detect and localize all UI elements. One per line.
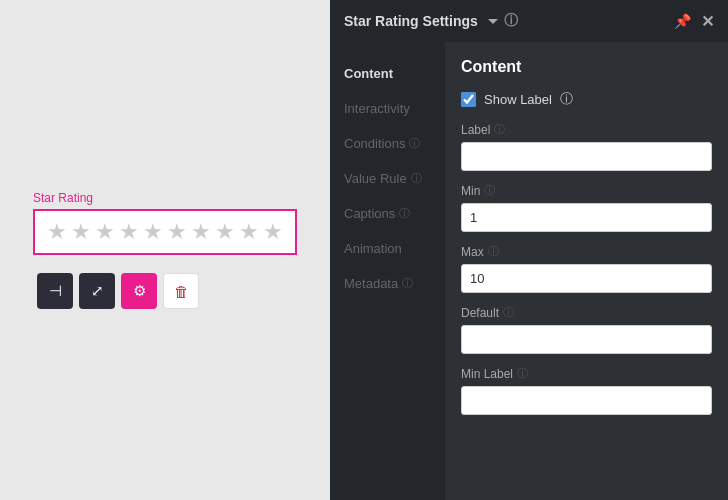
max-field-label: Max ⓘ xyxy=(461,244,712,259)
max-info-icon: ⓘ xyxy=(488,244,499,259)
label-info-icon: ⓘ xyxy=(494,122,505,137)
panel-header-left: Star Rating Settings ⓘ xyxy=(344,12,518,30)
star-3: ★ xyxy=(95,219,115,245)
nav-item-interactivity[interactable]: Interactivity xyxy=(330,93,445,124)
label-field-label: Label ⓘ xyxy=(461,122,712,137)
nav-label-conditions: Conditions xyxy=(344,136,405,151)
min-label-field-label: Min Label ⓘ xyxy=(461,366,712,381)
panel-header-right: 📌 ✕ xyxy=(674,12,714,31)
external-link-icon: ⤢ xyxy=(91,282,104,300)
default-input[interactable] xyxy=(461,325,712,354)
star-8: ★ xyxy=(215,219,235,245)
canvas-area: Star Rating ★ ★ ★ ★ ★ ★ ★ ★ ★ ★ ⊣ ⤢ ⚙ 🗑 xyxy=(0,0,330,500)
panel-content-area: Content Show Label ⓘ Label ⓘ Min ⓘ xyxy=(445,42,728,500)
nav-label-value-rule: Value Rule xyxy=(344,171,407,186)
star-rating-label: Star Rating xyxy=(33,191,93,205)
default-field-label: Default ⓘ xyxy=(461,305,712,320)
nav-label-captions: Captions xyxy=(344,206,395,221)
min-field-group: Min ⓘ xyxy=(461,183,712,232)
widget-container: Star Rating ★ ★ ★ ★ ★ ★ ★ ★ ★ ★ ⊣ ⤢ ⚙ 🗑 xyxy=(33,191,297,309)
content-section-title: Content xyxy=(461,58,712,76)
nav-item-metadata[interactable]: Metadata ⓘ xyxy=(330,268,445,299)
star-6: ★ xyxy=(167,219,187,245)
star-7: ★ xyxy=(191,219,211,245)
min-label-field-label-text: Min Label xyxy=(461,367,513,381)
max-input[interactable] xyxy=(461,264,712,293)
nav-item-animation[interactable]: Animation xyxy=(330,233,445,264)
trash-icon: 🗑 xyxy=(174,283,189,300)
label-field-label-text: Label xyxy=(461,123,490,137)
star-1: ★ xyxy=(47,219,67,245)
panel-title-chevron-icon[interactable] xyxy=(488,19,498,24)
nav-item-conditions[interactable]: Conditions ⓘ xyxy=(330,128,445,159)
nav-item-captions[interactable]: Captions ⓘ xyxy=(330,198,445,229)
external-link-button[interactable]: ⤢ xyxy=(79,273,115,309)
star-4: ★ xyxy=(119,219,139,245)
min-label-input[interactable] xyxy=(461,386,712,415)
conditions-info-icon: ⓘ xyxy=(409,136,420,151)
settings-button[interactable]: ⚙ xyxy=(121,273,157,309)
widget-toolbar: ⊣ ⤢ ⚙ 🗑 xyxy=(37,273,199,309)
default-field-label-text: Default xyxy=(461,306,499,320)
settings-panel: Star Rating Settings ⓘ 📌 ✕ Content Inter… xyxy=(330,0,728,500)
nav-label-interactivity: Interactivity xyxy=(344,101,410,116)
align-icon: ⊣ xyxy=(49,282,62,300)
show-label-checkbox[interactable] xyxy=(461,92,476,107)
nav-label-animation: Animation xyxy=(344,241,402,256)
panel-body: Content Interactivity Conditions ⓘ Value… xyxy=(330,42,728,500)
nav-item-value-rule[interactable]: Value Rule ⓘ xyxy=(330,163,445,194)
metadata-info-icon: ⓘ xyxy=(402,276,413,291)
panel-info-icon[interactable]: ⓘ xyxy=(504,12,518,30)
label-input[interactable] xyxy=(461,142,712,171)
star-10: ★ xyxy=(263,219,283,245)
gear-icon: ⚙ xyxy=(133,282,146,300)
panel-title: Star Rating Settings xyxy=(344,13,478,29)
min-label-info-icon: ⓘ xyxy=(517,366,528,381)
min-info-icon: ⓘ xyxy=(484,183,495,198)
min-field-label: Min ⓘ xyxy=(461,183,712,198)
max-field-group: Max ⓘ xyxy=(461,244,712,293)
min-field-label-text: Min xyxy=(461,184,480,198)
star-rating-box: ★ ★ ★ ★ ★ ★ ★ ★ ★ ★ xyxy=(33,209,297,255)
min-input[interactable] xyxy=(461,203,712,232)
label-field-group: Label ⓘ xyxy=(461,122,712,171)
nav-item-content[interactable]: Content xyxy=(330,58,445,89)
star-2: ★ xyxy=(71,219,91,245)
captions-info-icon: ⓘ xyxy=(399,206,410,221)
default-info-icon: ⓘ xyxy=(503,305,514,320)
default-field-group: Default ⓘ xyxy=(461,305,712,354)
nav-label-metadata: Metadata xyxy=(344,276,398,291)
min-label-field-group: Min Label ⓘ xyxy=(461,366,712,415)
nav-label-content: Content xyxy=(344,66,393,81)
panel-nav: Content Interactivity Conditions ⓘ Value… xyxy=(330,42,445,500)
panel-header: Star Rating Settings ⓘ 📌 ✕ xyxy=(330,0,728,42)
show-label-row: Show Label ⓘ xyxy=(461,90,712,108)
pin-icon[interactable]: 📌 xyxy=(674,13,691,29)
value-rule-info-icon: ⓘ xyxy=(411,171,422,186)
max-field-label-text: Max xyxy=(461,245,484,259)
show-label-text: Show Label xyxy=(484,92,552,107)
align-button[interactable]: ⊣ xyxy=(37,273,73,309)
show-label-info-icon: ⓘ xyxy=(560,90,573,108)
star-5: ★ xyxy=(143,219,163,245)
delete-button[interactable]: 🗑 xyxy=(163,273,199,309)
star-9: ★ xyxy=(239,219,259,245)
close-icon[interactable]: ✕ xyxy=(701,12,714,31)
